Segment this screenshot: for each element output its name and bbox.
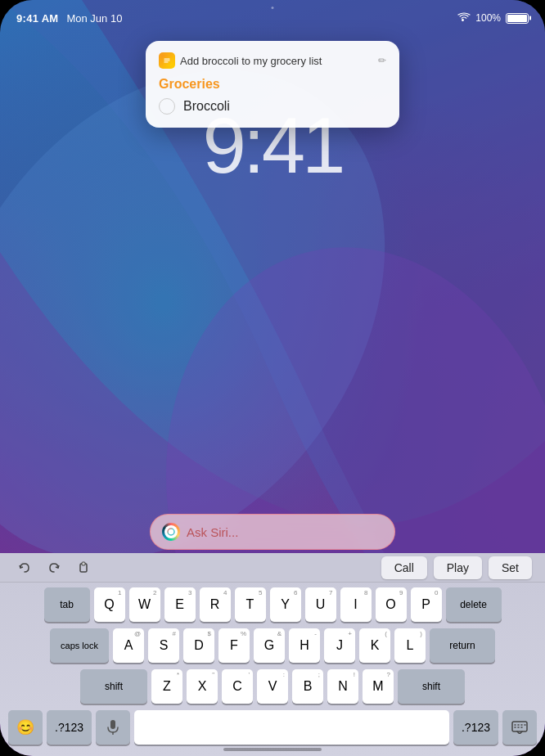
shift-left-key[interactable]: shift	[80, 669, 147, 704]
status-date: Mon Jun 10	[66, 12, 122, 25]
wifi-icon	[457, 11, 471, 25]
shift-right-key[interactable]: shift	[398, 669, 465, 704]
tab-key[interactable]: tab	[44, 587, 90, 622]
ipad-frame: 9:41 AM Mon Jun 10 100% 9:	[0, 0, 545, 756]
key-l[interactable]: L)	[394, 628, 426, 663]
battery-icon	[506, 13, 529, 24]
key-y[interactable]: Y6	[270, 587, 301, 622]
battery-percent: 100%	[475, 12, 501, 24]
set-button[interactable]: Set	[489, 556, 532, 579]
redo-button[interactable]	[39, 555, 69, 581]
key-row-3: shift Z* X" C' V: B; N! M? shift	[3, 669, 542, 704]
notification-edit-icon[interactable]: ✏	[378, 55, 386, 66]
key-o[interactable]: O9	[376, 587, 407, 622]
key-n[interactable]: N!	[327, 669, 358, 704]
key-b[interactable]: B;	[292, 669, 323, 704]
notification-list-title: Groceries	[159, 77, 386, 92]
caps-lock-key[interactable]: caps lock	[50, 628, 109, 663]
key-a[interactable]: A@	[113, 628, 144, 663]
num-key-left[interactable]: .?123	[47, 710, 92, 745]
call-button[interactable]: Call	[381, 556, 427, 579]
status-bar: 9:41 AM Mon Jun 10 100%	[0, 0, 545, 29]
key-f[interactable]: F%	[218, 628, 250, 663]
shortcuts-bar: Call Play Set	[0, 553, 545, 583]
status-time: 9:41 AM	[16, 12, 58, 25]
key-u[interactable]: U7	[305, 587, 336, 622]
key-d[interactable]: D$	[183, 628, 214, 663]
key-g[interactable]: G&	[254, 628, 285, 663]
mic-key[interactable]	[96, 710, 130, 745]
notification-item-text: Broccoli	[183, 99, 230, 114]
svg-point-6	[168, 529, 174, 535]
play-button[interactable]: Play	[434, 556, 482, 579]
notification-item: Broccoli	[159, 98, 386, 115]
key-i[interactable]: I8	[340, 587, 372, 622]
space-key[interactable]	[134, 710, 449, 745]
item-checkbox[interactable]	[159, 98, 175, 115]
keyboard-hide-key[interactable]	[502, 710, 537, 745]
svg-rect-9	[110, 720, 115, 729]
battery-fill	[507, 15, 527, 22]
key-row-2: caps lock A@ S# D$ F% G& H- J+ K( L) ret…	[3, 628, 542, 663]
key-s[interactable]: S#	[148, 628, 179, 663]
svg-rect-11	[512, 722, 527, 731]
key-c[interactable]: C'	[222, 669, 253, 704]
reminders-app-icon	[159, 52, 175, 69]
notification-header: Add broccoli to my grocery list ✏	[159, 52, 386, 69]
key-x[interactable]: X"	[187, 669, 218, 704]
key-p[interactable]: P0	[411, 587, 442, 622]
home-indicator	[223, 748, 322, 751]
paste-button[interactable]	[69, 555, 98, 581]
notification-card[interactable]: Add broccoli to my grocery list ✏ Grocer…	[146, 41, 399, 128]
key-e[interactable]: E3	[164, 587, 196, 622]
keyboard-area: Call Play Set tab Q1 W2 E3 R4 T5 Y6 U7 I…	[0, 553, 545, 756]
camera-notch	[272, 7, 274, 9]
emoji-key[interactable]: 😊	[8, 710, 43, 745]
delete-key[interactable]: delete	[446, 587, 502, 622]
key-r[interactable]: R4	[200, 587, 231, 622]
siri-icon-inner	[164, 525, 178, 538]
svg-rect-8	[82, 562, 85, 565]
key-k[interactable]: K(	[359, 628, 390, 663]
key-q[interactable]: Q1	[94, 587, 125, 622]
battery-body	[506, 13, 529, 24]
undo-button[interactable]	[10, 555, 39, 581]
status-right: 100%	[457, 11, 529, 25]
key-row-1: tab Q1 W2 E3 R4 T5 Y6 U7 I8 O9 P0 delete	[3, 587, 542, 622]
key-m[interactable]: M?	[363, 669, 394, 704]
notification-title: Add broccoli to my grocery list	[180, 55, 373, 67]
key-v[interactable]: V:	[257, 669, 288, 704]
siri-icon	[162, 523, 180, 541]
return-key[interactable]: return	[430, 628, 495, 663]
key-t[interactable]: T5	[235, 587, 266, 622]
siri-bar[interactable]: Ask Siri...	[150, 514, 395, 550]
status-left: 9:41 AM Mon Jun 10	[16, 12, 122, 25]
keyboard-keys: tab Q1 W2 E3 R4 T5 Y6 U7 I8 O9 P0 delete…	[0, 583, 545, 748]
key-w[interactable]: W2	[129, 587, 160, 622]
key-z[interactable]: Z*	[151, 669, 182, 704]
num-key-right[interactable]: .?123	[453, 710, 498, 745]
keyboard-bottom-row: 😊 .?123 .?123	[3, 710, 542, 745]
key-j[interactable]: J+	[324, 628, 355, 663]
key-h[interactable]: H-	[289, 628, 320, 663]
siri-placeholder: Ask Siri...	[187, 525, 238, 539]
